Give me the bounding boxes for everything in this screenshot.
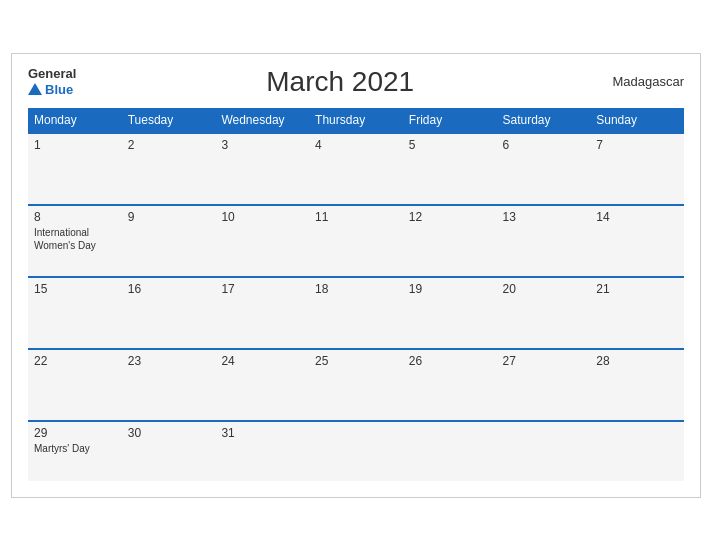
day-number: 9 (128, 210, 210, 224)
day-number: 4 (315, 138, 397, 152)
header-sunday: Sunday (590, 108, 684, 133)
calendar-cell: 3 (215, 133, 309, 205)
calendar-cell: 4 (309, 133, 403, 205)
calendar-cell: 10 (215, 205, 309, 277)
day-number: 14 (596, 210, 678, 224)
header-monday: Monday (28, 108, 122, 133)
calendar: General Blue March 2021 Madagascar Monda… (11, 53, 701, 498)
calendar-week-row: 1234567 (28, 133, 684, 205)
day-number: 19 (409, 282, 491, 296)
calendar-cell: 25 (309, 349, 403, 421)
calendar-week-row: 29Martyrs' Day3031 (28, 421, 684, 481)
day-number: 25 (315, 354, 397, 368)
calendar-cell: 27 (497, 349, 591, 421)
day-number: 3 (221, 138, 303, 152)
calendar-cell: 12 (403, 205, 497, 277)
header-thursday: Thursday (309, 108, 403, 133)
calendar-week-row: 22232425262728 (28, 349, 684, 421)
day-number: 13 (503, 210, 585, 224)
day-number: 24 (221, 354, 303, 368)
calendar-cell: 7 (590, 133, 684, 205)
calendar-title: March 2021 (76, 66, 604, 98)
logo-general-text: General (28, 66, 76, 82)
calendar-cell: 17 (215, 277, 309, 349)
day-number: 28 (596, 354, 678, 368)
calendar-table: Monday Tuesday Wednesday Thursday Friday… (28, 108, 684, 481)
day-number: 22 (34, 354, 116, 368)
day-number: 7 (596, 138, 678, 152)
header-tuesday: Tuesday (122, 108, 216, 133)
day-number: 5 (409, 138, 491, 152)
day-number: 29 (34, 426, 116, 440)
day-number: 11 (315, 210, 397, 224)
calendar-cell: 20 (497, 277, 591, 349)
day-number: 10 (221, 210, 303, 224)
calendar-cell (309, 421, 403, 481)
calendar-cell: 16 (122, 277, 216, 349)
calendar-cell: 15 (28, 277, 122, 349)
day-number: 30 (128, 426, 210, 440)
calendar-cell (403, 421, 497, 481)
logo: General Blue (28, 66, 76, 97)
calendar-cell: 2 (122, 133, 216, 205)
calendar-cell: 14 (590, 205, 684, 277)
day-number: 23 (128, 354, 210, 368)
day-number: 1 (34, 138, 116, 152)
calendar-cell (590, 421, 684, 481)
calendar-cell: 21 (590, 277, 684, 349)
day-number: 15 (34, 282, 116, 296)
day-number: 6 (503, 138, 585, 152)
day-event: International Women's Day (34, 226, 116, 252)
day-number: 12 (409, 210, 491, 224)
header-wednesday: Wednesday (215, 108, 309, 133)
header-saturday: Saturday (497, 108, 591, 133)
day-number: 16 (128, 282, 210, 296)
day-number: 26 (409, 354, 491, 368)
day-number: 17 (221, 282, 303, 296)
calendar-cell: 5 (403, 133, 497, 205)
calendar-cell: 28 (590, 349, 684, 421)
calendar-cell: 11 (309, 205, 403, 277)
calendar-cell: 8International Women's Day (28, 205, 122, 277)
calendar-cell: 19 (403, 277, 497, 349)
day-number: 8 (34, 210, 116, 224)
day-number: 27 (503, 354, 585, 368)
day-number: 2 (128, 138, 210, 152)
calendar-week-row: 8International Women's Day91011121314 (28, 205, 684, 277)
calendar-cell: 29Martyrs' Day (28, 421, 122, 481)
weekday-header-row: Monday Tuesday Wednesday Thursday Friday… (28, 108, 684, 133)
calendar-cell: 26 (403, 349, 497, 421)
calendar-week-row: 15161718192021 (28, 277, 684, 349)
calendar-country: Madagascar (604, 74, 684, 89)
calendar-cell: 30 (122, 421, 216, 481)
day-number: 18 (315, 282, 397, 296)
day-event: Martyrs' Day (34, 442, 116, 455)
calendar-cell: 23 (122, 349, 216, 421)
calendar-cell: 18 (309, 277, 403, 349)
calendar-cell: 22 (28, 349, 122, 421)
logo-triangle-icon (28, 83, 42, 95)
header-friday: Friday (403, 108, 497, 133)
calendar-cell: 6 (497, 133, 591, 205)
day-number: 20 (503, 282, 585, 296)
calendar-cell (497, 421, 591, 481)
calendar-cell: 1 (28, 133, 122, 205)
calendar-cell: 24 (215, 349, 309, 421)
calendar-header: General Blue March 2021 Madagascar (28, 66, 684, 98)
day-number: 31 (221, 426, 303, 440)
calendar-cell: 13 (497, 205, 591, 277)
logo-blue-text: Blue (28, 82, 76, 98)
calendar-cell: 9 (122, 205, 216, 277)
calendar-cell: 31 (215, 421, 309, 481)
day-number: 21 (596, 282, 678, 296)
